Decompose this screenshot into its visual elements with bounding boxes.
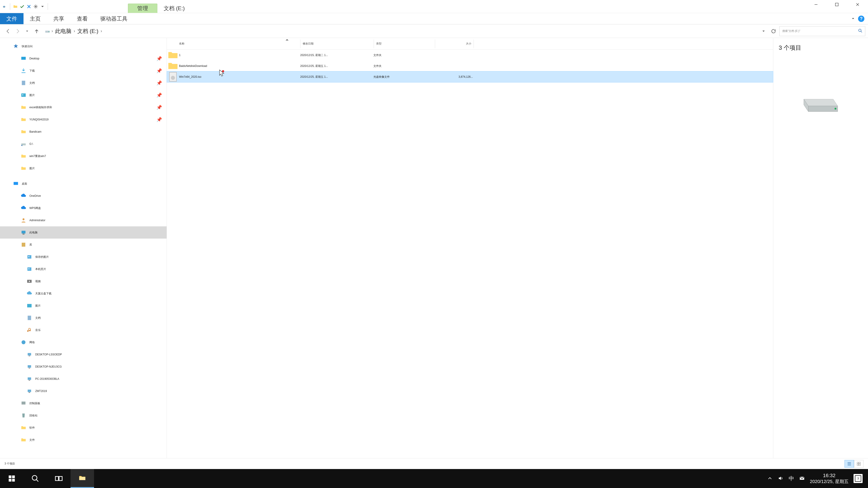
file-rows[interactable]: 1 2020/12/15, 星期二 1... 文件夹 BaiduNetdiskD… bbox=[167, 50, 773, 458]
crumb-sep-2[interactable]: › bbox=[101, 29, 102, 33]
nav-qa-item[interactable]: Bandicam bbox=[0, 126, 166, 138]
svg-rect-43 bbox=[12, 476, 15, 478]
column-header-date[interactable]: 修改日期 bbox=[301, 42, 374, 46]
tray-volume-icon[interactable] bbox=[778, 475, 784, 482]
nav-lib-item[interactable]: 本机照片 bbox=[0, 263, 166, 275]
folder-icon bbox=[20, 165, 27, 171]
window-title: 文档 (E:) bbox=[157, 4, 191, 13]
nav-qa-item[interactable]: 图片 bbox=[0, 162, 166, 174]
file-row[interactable]: Win7x64_2020.iso 2020/12/25, 星期五 1... 光盘… bbox=[167, 71, 773, 82]
nav-quick-access[interactable]: 快速访问 bbox=[0, 40, 166, 53]
title-bar: 管理 文档 (E:) bbox=[0, 0, 868, 13]
minimize-button[interactable] bbox=[806, 0, 827, 9]
nav-qa-item[interactable]: 图片 📌 bbox=[0, 89, 166, 101]
nav-software[interactable]: 软件 bbox=[0, 422, 166, 434]
nav-desk-item[interactable]: 库 bbox=[0, 238, 166, 251]
search-button[interactable] bbox=[24, 469, 47, 488]
nav-qa-item[interactable]: 文档 📌 bbox=[0, 77, 166, 89]
nav-qa-item[interactable]: YUNQISHI2019 📌 bbox=[0, 113, 166, 126]
close-button[interactable] bbox=[847, 0, 868, 9]
action-center-button[interactable]: 3 bbox=[854, 474, 863, 483]
nav-control-panel[interactable]: 控制面板 bbox=[0, 397, 166, 410]
column-header-name[interactable]: 名称 bbox=[167, 42, 300, 46]
nav-desk-item[interactable]: Administrator bbox=[0, 214, 166, 226]
nav-item-label: Administrator bbox=[29, 219, 45, 222]
ribbon-tab-view[interactable]: 查看 bbox=[70, 13, 94, 24]
refresh-button[interactable] bbox=[770, 27, 778, 35]
nav-network-pc[interactable]: ZMT2019 bbox=[0, 385, 166, 397]
nav-qa-item[interactable]: excel表格制作求和 📌 bbox=[0, 101, 166, 113]
svg-point-21 bbox=[22, 340, 25, 344]
desktop-icon bbox=[13, 181, 19, 187]
column-header-size[interactable]: 大小 bbox=[435, 42, 473, 46]
view-details-button[interactable] bbox=[844, 460, 854, 468]
ribbon-tab-file[interactable]: 文件 bbox=[0, 13, 24, 24]
taskbar[interactable]: 中 16:32 2020/12/25, 星期五 3 bbox=[0, 469, 868, 488]
nav-qa-item[interactable]: 下载 📌 bbox=[0, 65, 166, 77]
start-button[interactable] bbox=[0, 469, 24, 488]
doc-icon bbox=[26, 315, 33, 321]
nav-qa-item[interactable]: win7重装win7 bbox=[0, 150, 166, 162]
qa-check-icon[interactable] bbox=[20, 4, 25, 9]
nav-wenjian[interactable]: 文件 bbox=[0, 434, 166, 446]
svg-rect-5 bbox=[21, 57, 26, 60]
file-date: 2020/12/15, 星期二 1... bbox=[300, 53, 373, 57]
help-icon[interactable]: ? bbox=[858, 15, 864, 22]
maximize-button[interactable] bbox=[827, 0, 847, 9]
ribbon-collapse-icon[interactable] bbox=[851, 16, 855, 21]
nav-lib-item[interactable]: 天翼云盘下载 bbox=[0, 287, 166, 300]
lib-icon bbox=[20, 241, 27, 248]
qa-gear-icon[interactable] bbox=[33, 4, 38, 9]
search-input[interactable]: 搜索"文档 (E:)" bbox=[779, 26, 865, 36]
nav-network-pc[interactable]: PC-20190530OBLA bbox=[0, 373, 166, 385]
file-row[interactable]: BaiduNetdiskDownload 2020/12/25, 星期五 1..… bbox=[167, 61, 773, 71]
file-row[interactable]: 1 2020/12/15, 星期二 1... 文件夹 bbox=[167, 50, 773, 61]
task-view-button[interactable] bbox=[47, 469, 70, 488]
addr-dropdown-icon[interactable] bbox=[760, 27, 768, 35]
qa-close-icon[interactable] bbox=[26, 4, 31, 9]
context-tab-manage[interactable]: 管理 bbox=[128, 4, 157, 13]
nav-item-label: PC-20190530OBLA bbox=[35, 377, 59, 381]
search-icon[interactable] bbox=[858, 28, 863, 34]
nav-recycle-bin[interactable]: 回收站 bbox=[0, 410, 166, 422]
qa-folder-icon[interactable] bbox=[13, 4, 18, 9]
nav-lib-item[interactable]: 文档 bbox=[0, 312, 166, 324]
nav-desk-item[interactable]: 此电脑 bbox=[0, 226, 166, 238]
tray-ime[interactable]: 中 bbox=[789, 475, 794, 482]
ribbon-tab-drive-tools[interactable]: 驱动器工具 bbox=[94, 13, 134, 24]
svg-rect-20 bbox=[28, 316, 31, 320]
up-button[interactable] bbox=[33, 27, 41, 35]
ribbon-tab-share[interactable]: 共享 bbox=[47, 13, 70, 24]
view-thumbnails-button[interactable] bbox=[854, 460, 864, 468]
nav-lib-item[interactable]: 保存的图片 bbox=[0, 251, 166, 263]
nav-lib-item[interactable]: 图片 bbox=[0, 300, 166, 312]
nav-item-label: OneDrive bbox=[29, 194, 41, 197]
history-dropdown[interactable] bbox=[23, 27, 31, 35]
file-type: 光盘映像文件 bbox=[373, 75, 434, 79]
crumb-this-pc[interactable]: 此电脑 bbox=[54, 28, 73, 35]
nav-qa-item[interactable]: Desktop 📌 bbox=[0, 53, 166, 65]
nav-network[interactable]: 网络 bbox=[0, 336, 166, 348]
crumb-sep-1[interactable]: › bbox=[74, 29, 75, 33]
qa-dropdown-icon[interactable] bbox=[40, 4, 45, 9]
crumb-sep-0[interactable]: › bbox=[52, 29, 53, 33]
tray-chevron-up-icon[interactable] bbox=[767, 475, 773, 482]
nav-desktop-group[interactable]: 桌面 bbox=[0, 177, 166, 190]
taskbar-clock[interactable]: 16:32 2020/12/25, 星期五 bbox=[810, 473, 848, 485]
breadcrumb-bar[interactable]: › 此电脑 › 文档 (E:) › bbox=[42, 26, 758, 36]
nav-lib-item[interactable]: 音乐 bbox=[0, 324, 166, 336]
tray-mail-icon[interactable] bbox=[799, 475, 805, 482]
navigation-pane[interactable]: 快速访问 Desktop 📌 下载 📌 文档 📌 图片 📌 excel表格制作求… bbox=[0, 38, 167, 458]
column-header-type[interactable]: 类型 bbox=[374, 42, 435, 46]
nav-network-pc[interactable]: DESKTOP-LSSOEDP bbox=[0, 348, 166, 361]
nav-lib-item[interactable]: 视频 bbox=[0, 275, 166, 287]
forward-button[interactable] bbox=[13, 27, 22, 35]
back-button[interactable] bbox=[4, 27, 12, 35]
taskbar-explorer[interactable] bbox=[70, 469, 94, 488]
ribbon-tab-home[interactable]: 主页 bbox=[24, 13, 47, 24]
nav-network-pc[interactable]: DESKTOP-NJEU3CG bbox=[0, 361, 166, 373]
nav-desk-item[interactable]: WPS网盘 bbox=[0, 202, 166, 214]
nav-qa-item[interactable]: G:\ bbox=[0, 138, 166, 150]
crumb-drive-e[interactable]: 文档 (E:) bbox=[76, 28, 100, 35]
nav-desk-item[interactable]: OneDrive bbox=[0, 190, 166, 202]
